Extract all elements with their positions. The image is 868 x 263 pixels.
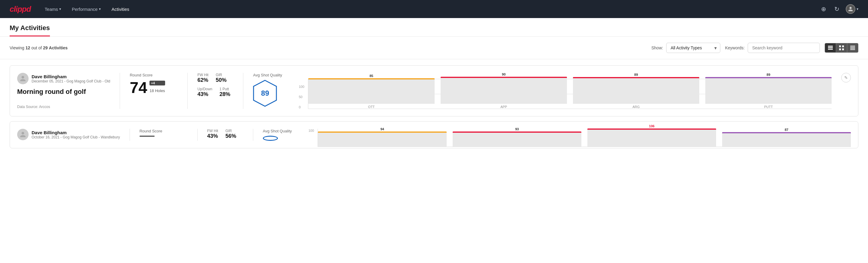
keywords-filter-group: Keywords: <box>725 43 820 53</box>
round-score-section: Round Score <box>140 129 188 141</box>
quality-label: Avg Shot Quality <box>263 129 292 133</box>
chevron-down-icon: ▾ <box>99 7 101 11</box>
filter-bar: Viewing 12 out of 29 Activities Show: Al… <box>0 37 868 59</box>
svg-rect-4 <box>842 46 844 47</box>
quality-section: Avg Shot Quality <box>263 129 299 141</box>
avatar <box>17 73 29 84</box>
bar-app-2: 93 <box>453 127 581 147</box>
bar-value-ott: 85 <box>370 74 373 78</box>
svg-rect-10 <box>850 49 855 50</box>
list-view-button[interactable] <box>825 43 836 52</box>
bar-value-putt: 89 <box>767 73 770 77</box>
search-input[interactable] <box>748 43 820 53</box>
score-diff-badge: +4 <box>150 81 165 85</box>
holes-text: 18 Holes <box>150 88 165 93</box>
updown-stat: Up/Down 43% <box>197 87 212 97</box>
bar-value-app: 90 <box>502 72 505 76</box>
chevron-down-icon: ▾ <box>59 7 61 11</box>
svg-rect-5 <box>839 49 841 50</box>
one-putt-stat: 1 Putt 28% <box>220 87 230 97</box>
fw-hit-label: FW Hit <box>207 129 218 133</box>
viewing-text: Viewing 12 out of 29 Activities <box>10 46 647 50</box>
quality-hexagon-partial <box>263 136 278 141</box>
svg-rect-6 <box>842 49 844 50</box>
avatar <box>17 129 29 140</box>
gir-stat: GIR 50% <box>216 73 226 83</box>
refresh-icon[interactable]: ↻ <box>833 5 841 13</box>
nav-item-activities[interactable]: Activities <box>107 4 133 14</box>
svg-rect-9 <box>850 48 855 49</box>
grid-view-button[interactable] <box>836 43 847 52</box>
stats-grid: FW Hit 43% GIR 56% <box>207 129 243 141</box>
page-title: My Activities <box>10 24 50 36</box>
y-axis: 100 <box>309 129 316 147</box>
quality-hexagon: 89 <box>253 80 277 107</box>
divider <box>120 73 120 109</box>
logo[interactable]: clippd <box>10 4 31 14</box>
show-label: Show: <box>651 46 663 50</box>
y-axis: 100 50 0 <box>299 85 307 109</box>
show-filter-group: Show: All Activity Types <box>651 43 720 53</box>
score-number: 74 <box>130 80 147 95</box>
updown-label: Up/Down <box>197 87 212 91</box>
fw-hit-value: 43% <box>207 133 218 139</box>
svg-rect-8 <box>850 47 855 48</box>
divider <box>187 73 188 109</box>
nav-item-teams[interactable]: Teams ▾ <box>40 4 65 14</box>
keywords-label: Keywords: <box>725 46 745 50</box>
bar-label-ott: OTT <box>368 105 375 109</box>
bar-putt: 89 PUTT <box>705 73 832 109</box>
bar-putt-2: 87 <box>722 128 851 147</box>
svg-rect-0 <box>828 46 833 47</box>
divider <box>253 129 253 141</box>
page-header: My Activities <box>0 18 868 37</box>
divider <box>130 129 130 141</box>
user-info: Dave Billingham October 16, 2021 - Gog M… <box>17 129 120 140</box>
round-score-label: Round Score <box>130 73 178 77</box>
stat-row-top: FW Hit 62% GIR 50% <box>197 73 234 83</box>
bar-value-arg: 89 <box>634 73 638 77</box>
user-date: October 16, 2021 - Gog Magog Golf Club -… <box>32 135 120 139</box>
chart-section: 100 50 0 85 O <box>299 73 832 109</box>
one-putt-label: 1 Putt <box>220 87 230 91</box>
chart-section: 100 94 93 <box>309 129 851 141</box>
gir-label: GIR <box>216 73 226 77</box>
activity-type-select-wrapper: All Activity Types <box>666 43 720 53</box>
chevron-down-icon: ▾ <box>857 7 858 11</box>
activity-title: Morning round of golf <box>17 88 110 96</box>
nav-item-performance[interactable]: Performance ▾ <box>68 4 105 14</box>
quality-section: Avg Shot Quality 89 <box>253 73 289 109</box>
nav-links: Teams ▾ Performance ▾ Activities <box>40 4 810 14</box>
gir-value: 56% <box>225 133 236 139</box>
stat-row: FW Hit 43% GIR 56% <box>207 129 243 139</box>
fw-hit-stat: FW Hit 43% <box>207 129 218 139</box>
svg-rect-7 <box>850 46 855 46</box>
gir-value: 50% <box>216 77 226 83</box>
stats-grid: FW Hit 62% GIR 50% Up/Down 43% 1 Putt <box>197 73 234 109</box>
score-display: 74 +4 18 Holes <box>130 80 178 95</box>
activity-type-select[interactable]: All Activity Types <box>666 43 720 53</box>
edit-activity-button[interactable]: ✎ <box>841 73 851 83</box>
card-left: Dave Billingham December 05, 2021 - Gog … <box>17 73 110 109</box>
bar-label-app: APP <box>500 105 507 109</box>
stat-row-bottom: Up/Down 43% 1 Putt 28% <box>197 87 234 97</box>
svg-rect-1 <box>828 47 833 48</box>
bar-label-putt: PUTT <box>764 105 773 109</box>
page: My Activities Viewing 12 out of 29 Activ… <box>0 18 868 263</box>
one-putt-value: 28% <box>220 91 230 97</box>
bar-ott-2: 94 <box>318 127 446 147</box>
bar-app: 90 APP <box>441 72 567 109</box>
user-details: Dave Billingham December 05, 2021 - Gog … <box>32 74 110 83</box>
compact-view-button[interactable] <box>847 43 858 52</box>
gir-stat: GIR 56% <box>225 129 236 139</box>
nav-right: ⊕ ↻ ▾ <box>819 4 858 14</box>
data-source: Data Source: Arccos <box>17 105 110 109</box>
add-circle-icon[interactable]: ⊕ <box>819 5 828 13</box>
svg-rect-2 <box>828 49 833 50</box>
user-info: Dave Billingham December 05, 2021 - Gog … <box>17 73 110 84</box>
quality-score: 89 <box>261 89 269 97</box>
user-details: Dave Billingham October 16, 2021 - Gog M… <box>32 130 120 139</box>
user-name: Dave Billingham <box>32 74 110 79</box>
user-menu-button[interactable]: ▾ <box>846 4 858 14</box>
user-date: December 05, 2021 - Gog Magog Golf Club … <box>32 79 110 83</box>
